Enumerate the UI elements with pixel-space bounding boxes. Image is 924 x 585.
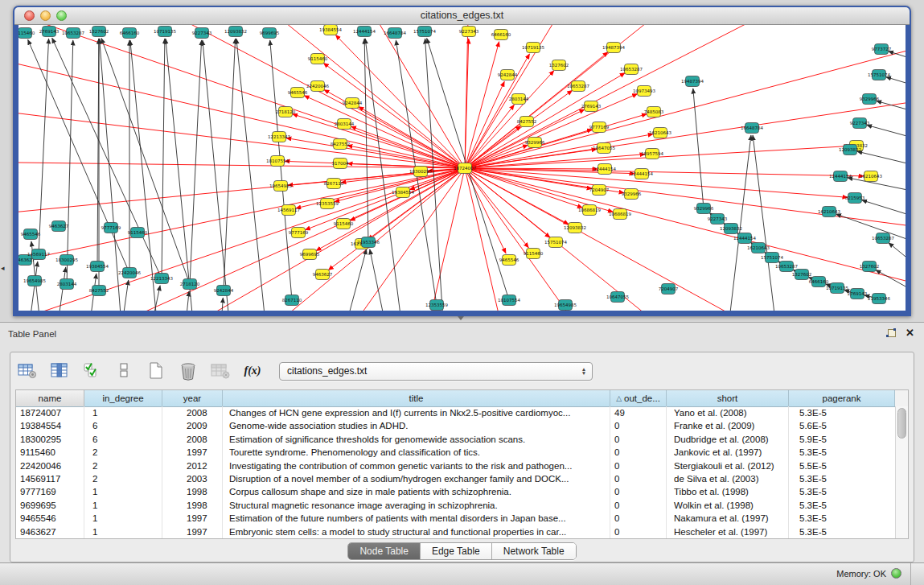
clear-selection-icon[interactable] (113, 360, 134, 381)
table-cell[interactable]: 0 (610, 485, 667, 498)
delete-table-icon[interactable] (210, 360, 231, 381)
graph-node[interactable]: 9115460 (18, 28, 35, 39)
graph-node[interactable]: 9465546 (21, 229, 41, 240)
table-cell[interactable]: Changes of HCN gene expression and I(f) … (223, 406, 610, 419)
table-cell[interactable]: 5.9E-5 (789, 433, 895, 446)
citation-edge-black[interactable] (889, 243, 906, 274)
table-cell[interactable]: 49 (610, 406, 667, 419)
citation-edge-black[interactable] (726, 135, 751, 311)
citation-edge-red[interactable] (18, 49, 465, 168)
citation-edge-black[interactable] (39, 39, 49, 254)
show-columns-icon[interactable] (49, 360, 70, 381)
table-cell[interactable]: Structural magnetic resonance image aver… (223, 499, 610, 512)
graph-node[interactable]: 18957594 (641, 149, 663, 159)
citation-edge-red[interactable] (465, 39, 469, 168)
table-cell[interactable]: 1 (84, 525, 162, 538)
graph-node[interactable]: 16210643 (649, 128, 671, 138)
graph-node[interactable]: 9773727 (872, 44, 892, 55)
citation-edge-black[interactable] (119, 280, 129, 311)
graph-node[interactable]: 18107554 (266, 156, 289, 167)
graph-node[interactable]: 19384554 (86, 262, 109, 272)
table-cell[interactable]: 5.3E-5 (789, 525, 895, 538)
column-header-short[interactable]: short (667, 390, 789, 406)
splitpane-grip-icon[interactable] (458, 316, 464, 320)
table-cell[interactable]: Jankovic et al. (1997) (667, 446, 789, 459)
graph-node[interactable]: 19487394 (602, 43, 625, 53)
citation-edge-red[interactable] (465, 25, 694, 168)
table-cell[interactable]: 5.3E-5 (789, 472, 895, 485)
table-cell[interactable]: 5.3E-5 (789, 485, 895, 498)
table-cell[interactable]: 0 (610, 499, 667, 512)
graph-node[interactable]: 10653287 (620, 64, 643, 75)
graph-node[interactable]: 7204907 (659, 284, 679, 295)
table-cell[interactable]: 5.5E-5 (789, 459, 895, 472)
graph-node[interactable]: 9465546 (499, 255, 519, 266)
graph-node[interactable]: 9227343 (708, 214, 728, 225)
table-cell[interactable]: 2009 (162, 419, 223, 432)
table-row[interactable]: 2242004622012Investigating the contribut… (16, 459, 895, 472)
graph-node[interactable]: 9115460 (128, 228, 148, 238)
table-cell[interactable]: 6 (84, 419, 162, 432)
graph-node[interactable]: 9329966 (525, 138, 545, 148)
citation-edge-red[interactable] (465, 168, 906, 290)
table-cell[interactable]: Hescheler et al. (1997) (667, 525, 789, 538)
table-cell[interactable]: Yano et al. (2008) (667, 406, 789, 419)
graph-node[interactable]: 16210643 (860, 171, 882, 182)
graph-node[interactable]: 9242844 (214, 286, 234, 296)
citation-edge-red[interactable] (304, 96, 465, 168)
table-cell[interactable]: 5.6E-5 (789, 419, 895, 432)
citation-edge-black[interactable] (166, 39, 195, 311)
graph-node[interactable]: 1327602 (89, 27, 109, 37)
table-cell[interactable]: de Silva et al. (2003) (667, 472, 789, 485)
table-cell[interactable]: 18300295 (16, 433, 84, 446)
select-all-icon[interactable] (81, 360, 102, 381)
column-header-out_de[interactable]: △out_de... (610, 390, 667, 406)
table-cell[interactable]: 2 (84, 459, 162, 472)
graph-node[interactable]: 10653287 (775, 262, 798, 272)
graph-node[interactable]: 12444154 (630, 169, 653, 179)
graph-node[interactable]: 22420046 (306, 81, 329, 92)
graph-node[interactable]: 9777169 (289, 228, 309, 238)
memory-ok-indicator[interactable] (891, 568, 901, 579)
table-cell[interactable]: 1998 (162, 499, 223, 512)
citation-edge-black[interactable] (836, 214, 906, 246)
table-cell[interactable]: 9115460 (16, 446, 84, 459)
table-row[interactable]: 977716911998Corpus callosum shape and si… (16, 485, 895, 498)
table-cell[interactable]: 22420046 (16, 459, 84, 472)
citation-edge-black[interactable] (190, 40, 202, 284)
network-window-titlebar[interactable]: citations_edges.txt (14, 7, 910, 25)
table-cell[interactable]: 1 (84, 499, 162, 512)
graph-node[interactable]: 1327602 (792, 270, 812, 280)
table-row[interactable]: 946362711997Embryonic stem cells: a mode… (16, 525, 895, 538)
graph-node[interactable]: 12353559 (316, 199, 339, 209)
citation-edge-black[interactable] (162, 39, 165, 278)
scrollbar-thumb[interactable] (897, 408, 906, 439)
citation-edge-red[interactable] (18, 25, 465, 168)
citation-edge-black[interactable] (236, 39, 268, 311)
table-cell[interactable]: Estimation of the future numbers of pati… (223, 512, 610, 525)
create-column-icon[interactable] (146, 360, 166, 381)
table-cell[interactable]: 5.3E-5 (789, 499, 895, 512)
graph-node[interactable]: 15751074 (544, 237, 567, 248)
graph-node[interactable]: 10686819 (609, 209, 631, 220)
graph-node[interactable]: 8267110 (282, 295, 302, 306)
table-cell[interactable]: 1 (84, 512, 162, 525)
citation-edge-black[interactable] (867, 125, 906, 142)
table-row[interactable]: 1938455462009Genome-wide association stu… (16, 419, 895, 432)
graph-node[interactable]: 9227343 (192, 28, 212, 39)
table-cell[interactable]: 9463627 (16, 525, 84, 538)
graph-node[interactable]: 10653287 (872, 233, 894, 244)
graph-node[interactable]: 2718120 (276, 107, 296, 117)
table-cell[interactable]: 2008 (162, 433, 223, 446)
table-cell[interactable]: Franke et al. (2009) (667, 419, 789, 432)
citation-edge-red[interactable] (465, 168, 582, 208)
table-cell[interactable]: 0 (610, 459, 667, 472)
table-cell[interactable]: 5.3E-5 (789, 446, 895, 459)
graph-node[interactable]: 2769143 (581, 101, 602, 112)
graph-node[interactable]: 9329966 (694, 204, 714, 214)
citation-edge-red[interactable] (465, 168, 506, 253)
panel-toggle-arrow[interactable]: ◂ (1, 264, 5, 272)
citation-edge-red[interactable] (347, 146, 465, 168)
citation-edge-red[interactable] (18, 105, 465, 168)
table-cell[interactable]: 2 (84, 446, 162, 459)
